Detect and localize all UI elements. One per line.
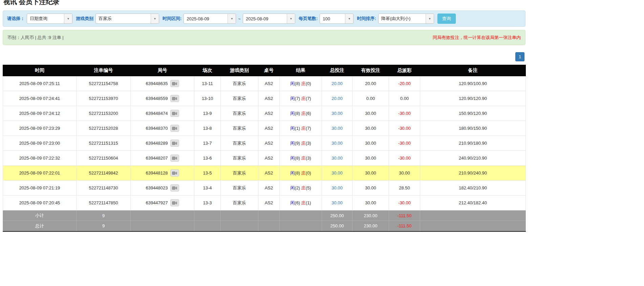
banker-result-score: (0) [306, 81, 311, 86]
cell-time: 2025-08-09 07:22:32 [3, 151, 77, 166]
total-bet-link[interactable]: 30.00 [331, 126, 343, 131]
bet-record-row: 2025-08-09 07:23:29522721152028639448370… [3, 121, 526, 136]
cell-result: 闲(8) 庄(3) [280, 151, 322, 166]
cell-payout: 28.50 [389, 181, 420, 196]
cell-bet-id: 522721153200 [77, 106, 131, 121]
cell-note: 210.90/240.90 [420, 166, 526, 181]
player-result-label: 闲 [290, 156, 295, 161]
page-number-button[interactable]: 1 [515, 52, 524, 61]
total-bet-link[interactable]: 30.00 [331, 170, 343, 176]
summary-note [420, 210, 526, 221]
player-result-score: (6) [295, 200, 301, 205]
player-result-score: (8) [295, 170, 301, 176]
summary-label: 小计 [3, 210, 77, 221]
summary-empty-cell [280, 210, 322, 221]
cell-bet-id: 522721147850 [77, 196, 131, 210]
summary-note [420, 221, 526, 231]
bet-record-row: 2025-08-09 07:22:01522721149842639448128… [3, 166, 526, 181]
cell-game-type: 百家乐 [221, 151, 258, 166]
chevron-down-icon: ▼ [287, 14, 295, 23]
game-type-select[interactable]: 百家乐 ▼ [95, 14, 159, 24]
cell-table-no: AS2 [258, 196, 280, 210]
total-bet-link[interactable]: 30.00 [331, 111, 343, 116]
banker-result-label: 庄 [301, 141, 306, 146]
video-replay-icon[interactable] [170, 110, 179, 117]
summary-empty-cell [280, 221, 322, 231]
total-bet-link[interactable]: 30.00 [331, 200, 343, 205]
table-header-row: 时间注单编号局号场次游戏类别桌号结果总投注有效投注总派彩备注 [3, 65, 526, 76]
column-header-1: 注单编号 [77, 65, 131, 76]
sort-order-label: 时间排序: [357, 16, 376, 22]
bet-record-row: 2025-08-09 07:21:19522721148730639448023… [3, 181, 526, 196]
banker-result-score: (3) [306, 141, 311, 146]
chevron-down-icon: ▼ [151, 14, 159, 23]
cell-result: 闲(8) 庄(0) [280, 166, 322, 181]
filter-bar: 请选择： 日期查询 ▼ 游戏类别 百家乐 ▼ 时间区间: 2025-08-09 … [3, 11, 525, 27]
query-mode-select[interactable]: 日期查询 ▼ [27, 14, 72, 24]
video-replay-icon[interactable] [170, 140, 179, 147]
cell-payout: -30.00 [389, 136, 420, 151]
cell-session: 13-10 [194, 91, 221, 106]
video-replay-icon[interactable] [170, 184, 179, 191]
cell-payout: -30.00 [389, 196, 420, 210]
cell-note: 210.90/180.90 [420, 136, 526, 151]
summary-payout: -111.50 [389, 221, 420, 231]
cell-payout: 30.00 [389, 166, 420, 181]
info-bar: 币别：人民币 | 总共 :9 注单 | 同局有效投注，统一计算在该局第一张注单内 [3, 30, 525, 45]
cell-total-bet: 30.00 [322, 136, 352, 151]
cell-total-bet: 20.00 [322, 76, 352, 91]
player-result-label: 闲 [290, 200, 295, 205]
total-bet-link[interactable]: 20.00 [331, 81, 343, 86]
round-wrap: 639447927 [146, 199, 179, 206]
cell-note: 240.90/210.90 [420, 151, 526, 166]
cell-bet-id: 522721154758 [77, 76, 131, 91]
player-result-label: 闲 [290, 170, 295, 176]
video-replay-icon[interactable] [170, 80, 179, 87]
cell-table-no: AS2 [258, 76, 280, 91]
summary-empty-cell [258, 221, 280, 231]
banker-result-score: (6) [306, 111, 311, 116]
total-bet-link[interactable]: 30.00 [331, 141, 343, 146]
video-replay-icon[interactable] [170, 199, 179, 206]
cell-bet-id: 522721149842 [77, 166, 131, 181]
video-replay-icon[interactable] [170, 155, 179, 162]
page-size-value: 100 [320, 16, 345, 21]
summary-empty-cell [221, 221, 258, 231]
bet-records-table: 时间注单编号局号场次游戏类别桌号结果总投注有效投注总派彩备注 2025-08-0… [3, 65, 526, 232]
round-wrap: 639448128 [146, 169, 179, 177]
cell-round: 639448635 [131, 76, 194, 91]
total-bet-link[interactable]: 30.00 [331, 185, 343, 190]
video-replay-icon[interactable] [170, 95, 179, 102]
page-size-label: 每页笔数: [299, 16, 318, 22]
cell-time: 2025-08-09 07:25:11 [3, 76, 77, 91]
round-wrap: 639448370 [146, 125, 179, 132]
round-wrap: 639448023 [146, 184, 179, 191]
bet-record-row: 2025-08-09 07:24:41522721153970639448559… [3, 91, 526, 106]
video-replay-icon[interactable] [170, 125, 179, 132]
subtotal-row: 小计9250.00230.00-111.50 [3, 210, 526, 221]
date-to-select[interactable]: 2025-08-09 ▼ [243, 14, 295, 24]
column-header-7: 总投注 [322, 65, 352, 76]
banker-result-label: 庄 [301, 81, 306, 86]
page-size-select[interactable]: 100 ▼ [320, 14, 353, 24]
summary-empty-cell [194, 210, 221, 221]
search-button[interactable]: 查询 [437, 14, 456, 24]
cell-time: 2025-08-09 07:20:45 [3, 196, 77, 210]
total-bet-link[interactable]: 20.00 [331, 96, 343, 101]
cell-note: 120.90/100.90 [420, 76, 526, 91]
summary-label: 总计 [3, 221, 77, 231]
video-replay-icon[interactable] [170, 169, 179, 177]
summary-valid-bet: 230.00 [352, 221, 389, 231]
player-result-label: 闲 [290, 141, 295, 146]
sort-order-select[interactable]: 降幂(由大到小) ▼ [378, 14, 434, 24]
cell-game-type: 百家乐 [221, 166, 258, 181]
cell-table-no: AS2 [258, 181, 280, 196]
total-bet-link[interactable]: 30.00 [331, 156, 343, 161]
banker-result-label: 庄 [301, 96, 306, 101]
cell-table-no: AS2 [258, 151, 280, 166]
date-from-select[interactable]: 2025-08-09 ▼ [184, 14, 236, 24]
column-header-4: 游戏类别 [221, 65, 258, 76]
summary-count: 9 [77, 221, 131, 231]
cell-session: 13-3 [194, 196, 221, 210]
bet-record-row: 2025-08-09 07:24:12522721153200639448474… [3, 106, 526, 121]
